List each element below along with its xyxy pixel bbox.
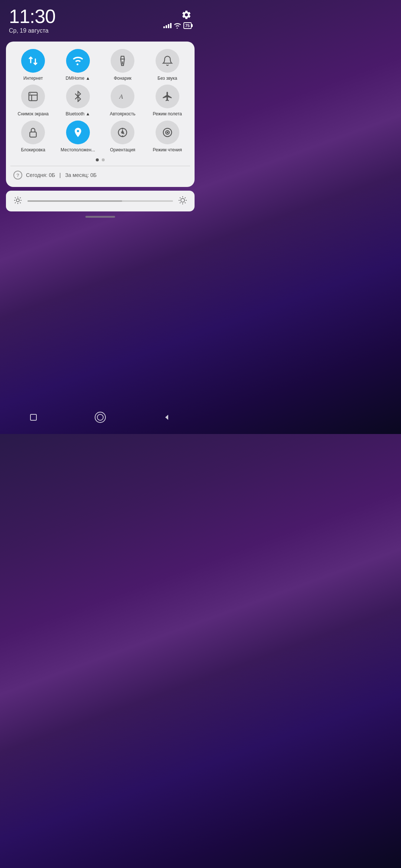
flashlight-icon — [117, 55, 128, 66]
svg-line-16 — [15, 197, 16, 198]
orientation-label: Ориентация — [110, 147, 135, 152]
internet-icon — [27, 55, 39, 66]
silent-icon-bg — [156, 49, 179, 73]
reading-icon-bg — [156, 121, 179, 144]
status-bar-left: 11:30 Ср, 19 августа — [9, 7, 55, 34]
tile-wifi[interactable]: DMHome ▲ — [57, 49, 100, 81]
tile-airplane[interactable]: Режим полета — [146, 85, 189, 116]
svg-point-12 — [167, 132, 168, 133]
back-button[interactable] — [158, 408, 176, 427]
autobrightness-label: Автояркость — [110, 111, 136, 116]
orientation-icon — [117, 127, 128, 138]
autobrightness-icon: A — [117, 91, 128, 102]
orientation-icon-bg — [111, 121, 134, 144]
svg-point-33 — [97, 414, 103, 420]
location-icon — [72, 127, 84, 138]
data-usage-icon: ? — [13, 171, 22, 180]
svg-line-30 — [185, 197, 186, 198]
tile-lock[interactable]: Блокировка — [12, 121, 55, 152]
wifi-icon — [174, 23, 181, 29]
home-button[interactable] — [91, 408, 110, 427]
recents-button[interactable] — [24, 408, 43, 427]
lock-icon — [27, 127, 39, 138]
lock-icon-bg — [21, 121, 45, 144]
dot-1 — [96, 158, 99, 161]
status-bar: 11:30 Ср, 19 августа 75 — [0, 0, 200, 38]
svg-line-17 — [20, 203, 21, 203]
svg-line-21 — [20, 197, 21, 198]
lock-label: Блокировка — [21, 147, 45, 152]
dot-2 — [102, 158, 105, 161]
back-icon — [163, 413, 172, 422]
data-usage-row: ? Сегодня: 0Б | За месяц: 0Б — [12, 166, 189, 181]
status-icons: 75 — [163, 22, 192, 29]
svg-text:A: A — [119, 94, 123, 101]
nav-bar — [0, 404, 200, 434]
screenshot-icon — [27, 91, 39, 102]
flashlight-icon-bg — [111, 49, 134, 73]
data-usage-text: Сегодня: 0Б | За месяц: 0Б — [26, 172, 97, 178]
brightness-panel — [6, 191, 195, 211]
bluetooth-icon-bg — [66, 85, 90, 108]
silent-icon — [162, 55, 173, 66]
quick-settings-panel: Интернет DMHome ▲ Фонарик — [6, 42, 195, 187]
autobrightness-icon-bg: A — [111, 85, 134, 108]
svg-rect-5 — [30, 132, 37, 137]
svg-point-22 — [181, 198, 185, 202]
home-circle-icon — [94, 411, 106, 423]
battery-icon: 75 — [183, 22, 192, 29]
date-display: Ср, 19 августа — [9, 27, 55, 34]
airplane-icon-bg — [156, 85, 179, 108]
silent-label: Без звука — [157, 76, 177, 81]
brightness-high-icon — [178, 196, 187, 206]
settings-icon[interactable] — [181, 10, 192, 20]
tile-bluetooth[interactable]: Bluetooth ▲ — [57, 85, 100, 116]
tile-reading[interactable]: Режим чтения — [146, 121, 189, 152]
svg-line-29 — [180, 203, 180, 203]
airplane-label: Режим полета — [153, 111, 182, 116]
signal-icon — [163, 23, 172, 28]
svg-line-26 — [185, 203, 186, 203]
tile-autobrightness[interactable]: A Автояркость — [101, 85, 144, 116]
bluetooth-label: Bluetooth ▲ — [66, 111, 90, 116]
time-display: 11:30 — [9, 7, 55, 26]
bluetooth-icon — [72, 91, 84, 102]
airplane-icon — [162, 91, 173, 102]
flashlight-label: Фонарик — [114, 76, 131, 81]
wifi-tile-icon-bg — [66, 49, 90, 73]
brightness-low-icon — [13, 196, 22, 206]
tile-internet[interactable]: Интернет — [12, 49, 55, 81]
tile-location[interactable]: Местоположен... — [57, 121, 100, 152]
location-icon-bg — [66, 121, 90, 144]
brightness-fill — [27, 200, 122, 202]
status-bar-right: 75 — [163, 7, 192, 29]
quick-tiles-grid: Интернет DMHome ▲ Фонарик — [12, 49, 189, 152]
tile-silent[interactable]: Без звука — [146, 49, 189, 81]
internet-label: Интернет — [23, 76, 43, 81]
screenshot-label: Снимок экрана — [17, 111, 49, 116]
reading-label: Режим чтения — [153, 147, 182, 152]
brightness-slider[interactable] — [27, 200, 173, 202]
tile-orientation[interactable]: Ориентация — [101, 121, 144, 152]
reading-icon — [162, 127, 173, 138]
tile-flashlight[interactable]: Фонарик — [101, 49, 144, 81]
page-dots — [12, 158, 189, 161]
wifi-tile-icon — [72, 55, 84, 66]
svg-point-13 — [16, 199, 19, 202]
internet-icon-bg — [21, 49, 45, 73]
svg-rect-31 — [30, 414, 36, 420]
svg-line-20 — [15, 203, 16, 203]
location-label: Местоположен... — [61, 147, 95, 152]
tile-screenshot[interactable]: Снимок экрана — [12, 85, 55, 116]
svg-point-32 — [95, 412, 105, 423]
svg-line-25 — [180, 197, 180, 198]
drag-handle — [0, 216, 200, 218]
screenshot-icon-bg — [21, 85, 45, 108]
wifi-label: DMHome ▲ — [66, 76, 90, 81]
